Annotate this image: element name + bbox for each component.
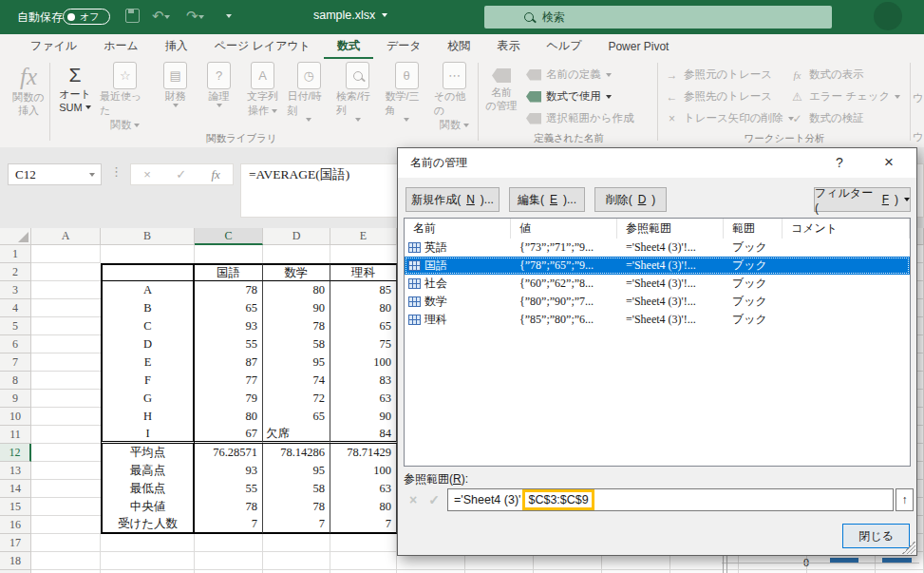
autosave-toggle[interactable]: オフ bbox=[63, 9, 110, 25]
close-button[interactable]: 閉じる bbox=[842, 524, 910, 548]
tab-校閲[interactable]: 校閲 bbox=[435, 33, 484, 60]
ribbon-button-名前の定義[interactable]: 名前の定義 bbox=[526, 64, 634, 86]
redo-icon[interactable]: ↷ bbox=[186, 8, 204, 25]
close-icon[interactable]: × bbox=[878, 153, 899, 172]
name-box-caret-icon[interactable] bbox=[89, 173, 95, 177]
ribbon-button-数式の表示[interactable]: fx数式の表示 bbox=[790, 64, 900, 86]
name-row-国語[interactable]: 国語{”78”;”65”;”9...='Sheet4 (3)'!...ブック bbox=[405, 257, 910, 275]
resize-grip[interactable] bbox=[902, 541, 915, 554]
cell-A15[interactable] bbox=[31, 498, 101, 516]
ribbon-button-論理[interactable]: ?論理 bbox=[198, 59, 241, 107]
cell-A16[interactable] bbox=[31, 516, 101, 534]
ribbon-button-トレース矢印の削除[interactable]: ×トレース矢印の削除 bbox=[665, 107, 794, 129]
cell-D2[interactable]: 数学 bbox=[263, 263, 330, 281]
name-manager-button[interactable]: 名前 の管理 bbox=[481, 63, 522, 113]
ribbon-button-文字列操作[interactable]: A文字列操作 bbox=[241, 59, 285, 118]
cell-D9[interactable]: 72 bbox=[263, 390, 330, 408]
row-header-16[interactable]: 16 bbox=[0, 516, 31, 534]
cell-A13[interactable] bbox=[31, 462, 101, 480]
row-header-9[interactable]: 9 bbox=[0, 390, 31, 408]
ribbon-button-その他の関数[interactable]: ⋯その他の関数 bbox=[431, 59, 478, 132]
row-header-17[interactable]: 17 bbox=[0, 534, 31, 552]
dropdown-caret-icon[interactable] bbox=[463, 124, 469, 127]
cell-C3[interactable]: 78 bbox=[195, 281, 263, 299]
cell-B8[interactable]: F bbox=[101, 372, 195, 390]
cell-D15[interactable]: 78 bbox=[263, 498, 330, 516]
cell-E1[interactable] bbox=[330, 245, 397, 263]
filename-caret-icon[interactable] bbox=[382, 13, 387, 17]
row-header-3[interactable]: 3 bbox=[0, 281, 31, 299]
cell-C4[interactable]: 65 bbox=[195, 299, 263, 317]
column-header-B[interactable]: B bbox=[101, 228, 195, 245]
cell-D6[interactable]: 58 bbox=[263, 335, 330, 353]
cell-E2[interactable]: 理科 bbox=[330, 263, 397, 281]
tab-ヘルプ[interactable]: ヘルプ bbox=[534, 33, 595, 60]
cell-E5[interactable]: 65 bbox=[330, 317, 397, 335]
tab-数式[interactable]: 数式 bbox=[324, 33, 373, 60]
dropdown-caret-icon[interactable] bbox=[306, 118, 311, 122]
cell-B1[interactable] bbox=[101, 245, 195, 263]
cell-E3[interactable]: 85 bbox=[330, 281, 397, 299]
ribbon-button-エラー チェック[interactable]: ⚠エラー チェック bbox=[790, 86, 900, 107]
insert-function-button[interactable]: fx 関数の 挿入 bbox=[6, 63, 51, 118]
cell-A5[interactable] bbox=[31, 317, 101, 335]
tab-挿入[interactable]: 挿入 bbox=[152, 33, 201, 60]
cell-D14[interactable]: 58 bbox=[263, 480, 330, 498]
cell-A2[interactable] bbox=[31, 263, 101, 281]
qat-customize-icon[interactable] bbox=[226, 14, 232, 18]
cell-C6[interactable]: 55 bbox=[195, 335, 263, 353]
cell-C2[interactable]: 国語 bbox=[195, 263, 263, 281]
cell-E7[interactable]: 100 bbox=[330, 353, 397, 372]
cell-B14[interactable]: 最低点 bbox=[101, 480, 195, 498]
cell-E12[interactable]: 78.71429 bbox=[330, 444, 397, 462]
dropdown-caret-icon[interactable] bbox=[85, 105, 91, 109]
cell-D4[interactable]: 90 bbox=[263, 299, 330, 317]
cell-C7[interactable]: 87 bbox=[195, 353, 263, 372]
cell-A9[interactable] bbox=[31, 390, 101, 408]
column-header-E[interactable]: E bbox=[330, 228, 397, 245]
ribbon-button-オートSUM[interactable]: ΣオートSUM bbox=[53, 59, 97, 113]
row-header-13[interactable]: 13 bbox=[0, 462, 31, 480]
ribbon-button-数式で使用[interactable]: 数式で使用 bbox=[526, 86, 634, 107]
name-row-英語[interactable]: 英語{”73”;”71”;”9...='Sheet4 (3)'!...ブック bbox=[405, 239, 910, 257]
cell-E4[interactable]: 80 bbox=[330, 299, 397, 317]
cell-D17[interactable] bbox=[263, 534, 330, 552]
tab-ホーム[interactable]: ホーム bbox=[90, 33, 152, 60]
cell-E18[interactable] bbox=[330, 552, 397, 570]
cell-C18[interactable] bbox=[195, 552, 263, 570]
dropdown-caret-icon[interactable] bbox=[173, 104, 179, 107]
cell-C13[interactable]: 93 bbox=[195, 462, 263, 480]
ribbon-button-参照元のトレース[interactable]: →参照元のトレース bbox=[665, 64, 794, 86]
row-header-4[interactable]: 4 bbox=[0, 299, 31, 317]
cell-C9[interactable]: 79 bbox=[195, 390, 263, 408]
list-header-名前[interactable]: 名前 bbox=[405, 219, 511, 239]
cell-E11[interactable]: 84 bbox=[330, 426, 397, 444]
dropdown-caret-icon[interactable] bbox=[606, 95, 612, 99]
cell-B11[interactable]: I bbox=[101, 426, 195, 444]
dropdown-caret-icon[interactable] bbox=[355, 118, 361, 122]
cancel-icon[interactable]: × bbox=[143, 167, 151, 181]
cell-B17[interactable] bbox=[101, 534, 195, 552]
cell-B10[interactable]: H bbox=[101, 408, 195, 426]
cell-D13[interactable]: 95 bbox=[263, 462, 330, 480]
list-header-参照範囲[interactable]: 参照範囲 bbox=[617, 219, 724, 239]
cell-E8[interactable]: 83 bbox=[330, 372, 397, 390]
cell-C11[interactable]: 67 bbox=[195, 426, 263, 444]
row-header-2[interactable]: 2 bbox=[0, 263, 31, 281]
undo-caret-icon[interactable] bbox=[164, 15, 170, 19]
list-header-範囲[interactable]: 範囲 bbox=[724, 219, 783, 239]
save-icon[interactable] bbox=[125, 9, 140, 23]
cell-E6[interactable]: 75 bbox=[330, 335, 397, 353]
enter-icon[interactable]: ✓ bbox=[176, 167, 186, 181]
cell-E14[interactable]: 63 bbox=[330, 480, 397, 498]
cell-A8[interactable] bbox=[31, 372, 101, 390]
cell-A7[interactable] bbox=[31, 353, 101, 372]
column-header-D[interactable]: D bbox=[263, 228, 330, 245]
filter-button[interactable]: フィルター(F) bbox=[814, 187, 911, 212]
cell-A3[interactable] bbox=[31, 281, 101, 299]
cell-A1[interactable] bbox=[31, 245, 101, 263]
ribbon-button-最近使った関数[interactable]: ☆最近使った関数 bbox=[97, 59, 154, 132]
tab-Power Pivot[interactable]: Power Pivot bbox=[594, 35, 682, 59]
cell-A18[interactable] bbox=[31, 552, 101, 570]
cell-C10[interactable]: 80 bbox=[195, 408, 263, 426]
